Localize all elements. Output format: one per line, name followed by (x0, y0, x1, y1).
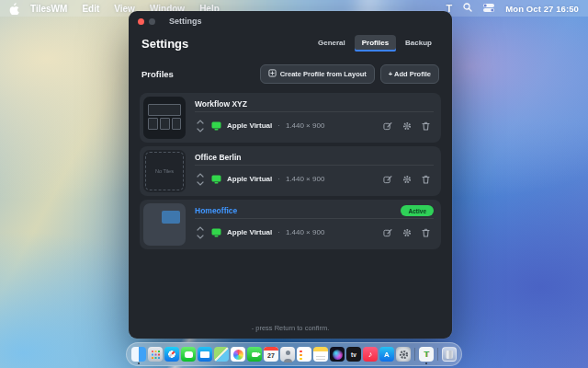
music-dock-icon[interactable]: ♪ (363, 347, 378, 362)
tileswm-dock-icon[interactable]: T (419, 347, 434, 362)
profile-name: Homeoffice (195, 206, 237, 215)
separator-dot: · (277, 228, 280, 236)
edit-profile-button[interactable] (383, 121, 392, 131)
display-name: Apple Virtual (227, 175, 272, 183)
system-settings-dock-icon[interactable] (396, 347, 411, 362)
move-up-button[interactable] (197, 226, 204, 231)
edit-profile-button[interactable] (383, 175, 392, 184)
move-up-button[interactable] (197, 120, 204, 124)
minimize-button[interactable] (149, 18, 155, 25)
tab-profiles[interactable]: Profiles (355, 35, 396, 52)
mail-dock-icon[interactable] (198, 347, 212, 362)
apple-tv-dock-icon[interactable]: tv (346, 347, 361, 362)
create-profile-from-layout-button[interactable]: Create Profile from Layout (260, 64, 375, 84)
photos-dock-icon[interactable] (231, 347, 245, 362)
display-name: Apple Virtual (227, 121, 272, 130)
section-title: Profiles (141, 69, 174, 79)
move-up-button[interactable] (197, 173, 204, 178)
separator-dot: · (277, 121, 280, 130)
dock-separator (414, 348, 415, 361)
profile-card-homeoffice[interactable]: Homeoffice Active Apple Virtual · 1.440 … (140, 200, 441, 249)
control-center-icon[interactable] (483, 4, 494, 14)
maps-dock-icon[interactable] (214, 347, 229, 362)
display-resolution: 1.440 × 900 (286, 228, 324, 236)
edit-profile-button[interactable] (383, 228, 392, 237)
tab-general[interactable]: General (311, 35, 353, 52)
notes-dock-icon[interactable] (313, 347, 328, 362)
profile-thumbnail-layout (143, 97, 186, 139)
finder-dock-icon[interactable] (131, 347, 146, 362)
tab-backup[interactable]: Backup (398, 35, 439, 52)
move-down-button[interactable] (197, 181, 204, 186)
page-title: Settings (141, 37, 188, 51)
app-store-dock-icon[interactable]: A (379, 347, 394, 362)
trash-dock-icon[interactable] (442, 347, 457, 362)
no-tiles-label: No Tiles (155, 168, 174, 174)
display-icon (211, 224, 221, 241)
dock: 27 tv ♪ A T (126, 342, 462, 366)
search-icon[interactable] (463, 3, 472, 14)
move-down-button[interactable] (197, 128, 204, 132)
menu-clock[interactable]: Mon Oct 27 16:50 (505, 4, 579, 14)
delete-profile-button[interactable] (422, 228, 430, 237)
siri-dock-icon[interactable] (330, 347, 345, 362)
gear-icon[interactable] (402, 175, 412, 184)
profile-card-office-berlin[interactable]: No Tiles Office Berlin Apple Virtual · (140, 146, 441, 196)
separator-dot: · (277, 175, 280, 183)
profile-thumbnail-empty: No Tiles (143, 150, 186, 192)
messages-dock-icon[interactable] (181, 347, 196, 362)
facetime-dock-icon[interactable] (247, 347, 262, 362)
active-badge: Active (401, 205, 434, 216)
profile-card-workflow-xyz[interactable]: Workflow XYZ Apple Virtual · 1.440 × 900 (140, 93, 441, 143)
display-resolution: 1.440 × 900 (286, 175, 324, 183)
close-button[interactable] (138, 18, 144, 25)
safari-dock-icon[interactable] (164, 347, 179, 362)
profile-name: Workflow XYZ (195, 99, 247, 109)
profile-thumbnail-active (143, 203, 186, 246)
footer-hint: - press Return to confirm. (129, 324, 452, 332)
desktop-wallpaper: TilesWM Edit View Window Help T Mon Oct … (0, 0, 588, 368)
calendar-dock-icon[interactable]: 27 (264, 347, 278, 362)
window-title: Settings (169, 17, 202, 26)
gear-icon[interactable] (402, 228, 412, 237)
apple-logo-icon[interactable] (9, 3, 19, 15)
display-resolution: 1.440 × 900 (286, 121, 324, 130)
launchpad-dock-icon[interactable] (148, 347, 163, 362)
display-icon (211, 171, 221, 188)
profile-name: Office Berlin (195, 153, 242, 162)
delete-profile-button[interactable] (422, 175, 430, 184)
add-profile-button[interactable]: + Add Profile (380, 64, 439, 84)
window-titlebar[interactable]: Settings (129, 11, 452, 31)
menu-app-name[interactable]: TilesWM (23, 4, 74, 14)
reminders-dock-icon[interactable] (297, 347, 311, 362)
tab-bar: General Profiles Backup (311, 35, 439, 52)
display-name: Apple Virtual (227, 228, 272, 236)
dock-separator (437, 348, 438, 361)
layout-plus-icon (268, 69, 277, 79)
display-icon (211, 118, 221, 134)
settings-window: Settings Settings General Profiles Backu… (129, 11, 452, 339)
delete-profile-button[interactable] (422, 121, 430, 131)
contacts-dock-icon[interactable] (280, 347, 295, 362)
menu-edit[interactable]: Edit (74, 4, 107, 14)
move-down-button[interactable] (197, 235, 204, 239)
profile-list: Workflow XYZ Apple Virtual · 1.440 × 900 (129, 93, 452, 249)
gear-icon[interactable] (402, 121, 412, 131)
